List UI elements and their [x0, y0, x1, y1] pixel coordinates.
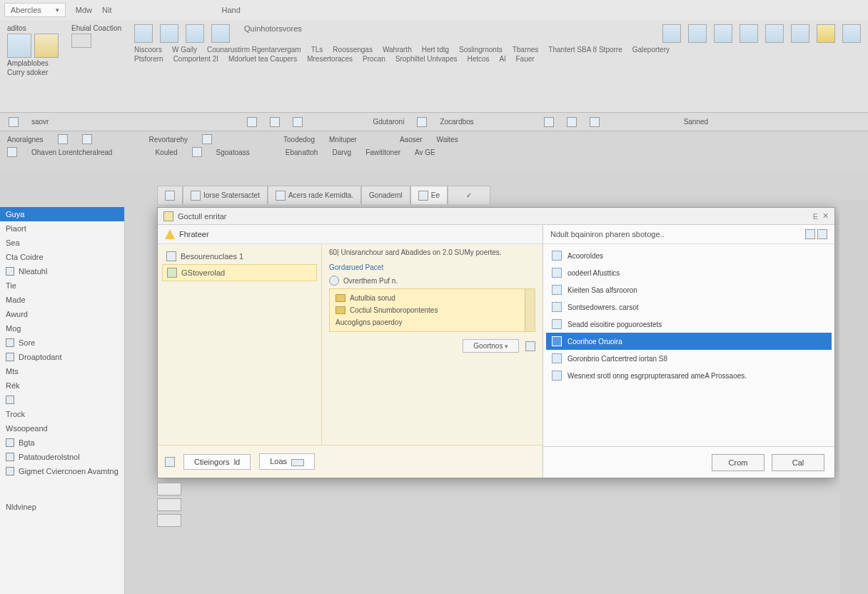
option-row[interactable]: oodéerl Afusttics — [546, 264, 832, 281]
edit-icon[interactable] — [525, 341, 535, 351]
doc-icon[interactable] — [71, 34, 91, 48]
tool-label[interactable]: Ohaven Lorentcheralread — [31, 148, 112, 156]
menu-item[interactable]: Hand — [221, 6, 240, 14]
ribbon-label[interactable]: Ptsforern — [134, 55, 163, 63]
sidebar-item[interactable]: Sea — [0, 236, 124, 250]
list-icon[interactable] — [714, 24, 732, 43]
tool-icon[interactable] — [805, 229, 815, 239]
sidebar-item[interactable] — [0, 393, 124, 407]
ribbon-label[interactable]: Roossengas — [333, 46, 373, 54]
sidebar-item[interactable]: Wsoopeand — [0, 421, 124, 436]
tool-label[interactable]: Mnituper — [329, 136, 357, 144]
layers-icon[interactable] — [791, 24, 809, 43]
tool-label[interactable]: Revortarehy — [149, 136, 188, 144]
tool-icon[interactable] — [544, 117, 554, 127]
page-icon[interactable] — [211, 24, 230, 43]
tool-icon[interactable] — [82, 134, 92, 144]
menu-item[interactable]: Nit — [102, 6, 111, 14]
tree-item[interactable]: GStoverolad — [162, 264, 317, 281]
ribbon-label[interactable]: Mresertoraces — [307, 55, 353, 63]
tab[interactable]: Acers rade Kernidta. — [268, 186, 361, 204]
option-row[interactable]: Goronbrio Cartcertred iortan S8 — [546, 350, 832, 367]
sidebar-item[interactable]: Nleatuhl — [0, 264, 124, 278]
tool-label[interactable]: Zocardbos — [440, 118, 473, 126]
tool-label[interactable]: Waites — [437, 136, 458, 144]
more-icon[interactable] — [842, 24, 861, 43]
ribbon-label[interactable]: Comportent 2I — [173, 55, 218, 63]
tool-icon[interactable] — [817, 229, 827, 239]
tool-icon[interactable] — [590, 117, 600, 127]
tool-icon[interactable] — [202, 134, 212, 144]
tool-label[interactable]: Darvg — [332, 148, 351, 156]
option-row[interactable]: Sontsedowrers. carsot — [546, 298, 832, 316]
close-icon[interactable]: ✕ — [822, 211, 829, 221]
list-item[interactable]: Autulbia sorud — [333, 292, 532, 304]
tool-label[interactable]: Aaoser — [400, 136, 423, 144]
tool-icon[interactable] — [293, 117, 303, 127]
table-icon[interactable] — [160, 24, 178, 43]
footer-button[interactable]: Ctieingors ld — [183, 454, 251, 470]
tab[interactable]: Gonadernl — [361, 186, 410, 204]
list-item[interactable]: Aucogligns paoerdoy — [333, 316, 532, 328]
lock-icon[interactable] — [34, 34, 59, 58]
tab[interactable]: ✓ — [448, 186, 490, 204]
sidebar-item[interactable]: Awurd — [0, 307, 124, 321]
sidebar-item[interactable]: Trock — [0, 407, 124, 421]
search-icon[interactable] — [417, 117, 427, 127]
ribbon-label[interactable]: Hetcos — [467, 55, 489, 63]
sidebar-item[interactable]: Gigmet Cviercnoen Avamtng — [0, 464, 124, 478]
report-icon[interactable] — [688, 24, 707, 43]
tool-label[interactable]: Ebanattoh — [286, 148, 318, 156]
tool-label[interactable]: Toodedog — [283, 136, 315, 144]
sidebar-item[interactable]: Droaptodant — [0, 350, 124, 364]
inline-button[interactable]: Goortnos ▾ — [463, 339, 519, 353]
ribbon-label[interactable]: Al — [500, 55, 506, 63]
sidebar-header[interactable]: Guya — [0, 207, 124, 221]
panel-icon[interactable] — [740, 24, 758, 43]
tool-label[interactable]: saovr — [31, 118, 49, 126]
ribbon-label[interactable]: Srophiltel Untvapes — [395, 55, 458, 63]
ribbon-label[interactable]: TLs — [311, 46, 323, 54]
option-row[interactable]: Wesnext srotl onng esgrprupterasared ame… — [546, 367, 832, 384]
sidebar-item[interactable]: Bgta — [0, 436, 124, 450]
tool-icon[interactable] — [192, 147, 202, 157]
tool-label[interactable]: Av GE — [415, 148, 435, 156]
tool-label[interactable]: Anoralgnes — [7, 136, 44, 144]
tool-label[interactable]: Fawititoner — [365, 148, 400, 156]
option-row[interactable]: Kieiten Sas alfsrooron — [546, 281, 832, 298]
sidebar-item[interactable]: Rék — [0, 378, 124, 393]
option-row[interactable]: Coorihoe Oruoira — [546, 333, 832, 350]
ribbon-label[interactable]: Wahrarth — [383, 46, 412, 54]
tool-icon[interactable] — [58, 134, 68, 144]
tab[interactable]: Ee — [410, 186, 448, 204]
tool-icon[interactable] — [270, 117, 280, 127]
ribbon-label[interactable]: Soslingrnonts — [459, 46, 503, 54]
tool-label[interactable]: Kouled — [155, 148, 177, 156]
tree-item[interactable]: Besourenuclaes 1 — [162, 248, 317, 264]
menu-item[interactable]: Mdw — [76, 6, 92, 14]
sidebar-item[interactable]: Sore — [0, 336, 124, 350]
tool-icon[interactable] — [9, 117, 19, 127]
tool-icon[interactable] — [567, 117, 577, 127]
dialog-titlebar[interactable]: Goctull enritar E ✕ — [158, 208, 834, 225]
sidebar-item[interactable]: Nldvinep — [0, 500, 124, 514]
scrollbar[interactable] — [525, 289, 535, 331]
ribbon-label[interactable]: Procan — [363, 55, 385, 63]
tool-icon[interactable] — [247, 117, 257, 127]
ribbon-label[interactable]: Mdorluet tea Caupers — [228, 55, 297, 63]
sidebar-item[interactable]: Mts — [0, 364, 124, 378]
ribbon-label[interactable]: Counarustirm Rgentarvergam — [207, 46, 301, 54]
cancel-button[interactable]: Cal — [772, 454, 824, 471]
chart-icon[interactable] — [662, 24, 681, 43]
tab[interactable] — [157, 186, 183, 204]
ribbon-label[interactable]: W Gaily — [172, 46, 197, 54]
folder-icon[interactable] — [7, 34, 31, 58]
ribbon-label[interactable]: Niscoors — [134, 46, 162, 54]
sidebar-item[interactable]: Patatouderolstnol — [0, 450, 124, 464]
tool-icon[interactable] — [7, 147, 17, 157]
ribbon-label[interactable]: Hert tdtg — [422, 46, 449, 54]
ribbon-label[interactable]: Galeportery — [632, 46, 670, 54]
ok-button[interactable]: Crom — [712, 454, 764, 471]
option-row[interactable]: Seadd eisoitire poguoroestets — [546, 316, 832, 333]
ribbon-label[interactable]: Tbarnes — [513, 46, 539, 54]
